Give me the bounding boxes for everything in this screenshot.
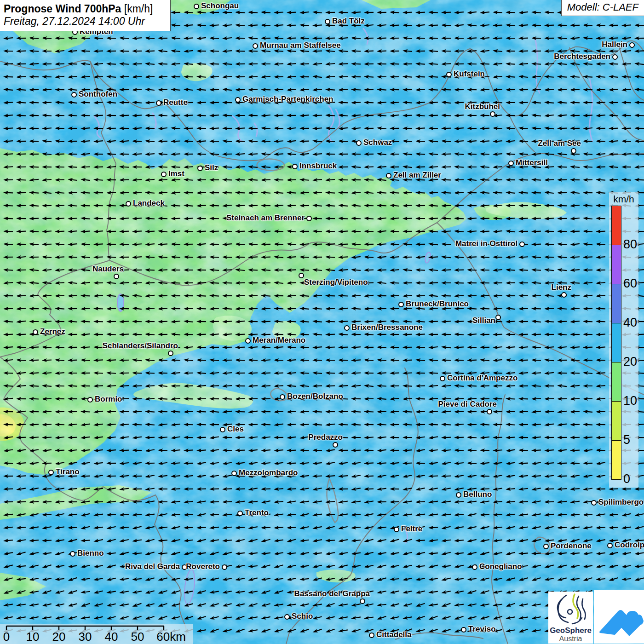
legend-threshold-label: 5 bbox=[623, 433, 630, 447]
city-marker bbox=[237, 511, 243, 516]
city-label: Predazzo bbox=[308, 433, 343, 442]
city-marker bbox=[197, 166, 203, 171]
city-marker bbox=[456, 492, 461, 498]
city-label: Innsbruck bbox=[299, 161, 337, 171]
city-label: Belluno bbox=[463, 490, 492, 499]
city-marker bbox=[612, 54, 618, 60]
city-label: Codroipo bbox=[615, 540, 644, 550]
city-marker bbox=[461, 627, 466, 632]
city-label: Kufstein bbox=[454, 69, 485, 79]
city-marker bbox=[386, 173, 391, 178]
legend-color-bar bbox=[611, 206, 621, 480]
city-marker bbox=[299, 273, 304, 278]
city-label: Schio bbox=[292, 612, 313, 621]
map-scale-bar: 0102030405060km bbox=[0, 624, 193, 644]
legend-threshold-label: 80 bbox=[623, 237, 637, 252]
city-marker bbox=[220, 427, 225, 432]
city-marker bbox=[561, 292, 567, 298]
city-label: Schlanders/Silandro bbox=[103, 341, 178, 351]
city-label: Brixen/Bressanone bbox=[351, 323, 423, 332]
city-marker bbox=[253, 43, 258, 49]
geosphere-org-name: GeoSphere bbox=[548, 627, 593, 635]
legend-segment bbox=[611, 362, 621, 402]
map-title-box: Prognose Wind 700hPa [km/h] Freitag, 27.… bbox=[0, 0, 171, 31]
scale-tick-label: 30 bbox=[79, 630, 92, 644]
city-label: Pordenone bbox=[551, 541, 592, 551]
city-marker bbox=[571, 148, 576, 154]
city-label: Imst bbox=[168, 169, 184, 178]
scale-tick-label: 10 bbox=[26, 630, 40, 644]
city-label: Lienz bbox=[552, 283, 571, 292]
city-marker bbox=[126, 201, 131, 207]
city-label: Zell am See bbox=[538, 139, 581, 148]
city-label: Mezzolombardo bbox=[239, 468, 298, 477]
city-marker bbox=[394, 527, 399, 532]
city-marker bbox=[306, 216, 312, 221]
city-marker bbox=[194, 4, 199, 9]
legend-segment bbox=[611, 284, 621, 323]
city-marker bbox=[543, 544, 549, 549]
city-marker bbox=[161, 172, 167, 177]
city-marker bbox=[360, 598, 365, 604]
legend-segment bbox=[611, 401, 621, 441]
city-marker bbox=[280, 394, 285, 400]
legend-segment bbox=[611, 245, 621, 284]
city-marker bbox=[487, 409, 492, 414]
city-label: Trento bbox=[245, 508, 269, 518]
city-marker bbox=[495, 315, 501, 320]
city-label: Bruneck/Brunico bbox=[406, 299, 469, 309]
map-title-text: Prognose Wind 700hPa bbox=[4, 3, 121, 15]
city-label: Rovereto bbox=[186, 562, 220, 571]
city-label: Silz bbox=[205, 163, 218, 172]
city-marker bbox=[231, 471, 237, 476]
city-label: Cittadella bbox=[376, 630, 412, 639]
city-marker bbox=[344, 325, 350, 331]
city-marker bbox=[70, 551, 75, 557]
city-label: Landeck bbox=[133, 199, 165, 208]
city-marker bbox=[87, 397, 93, 402]
city-label: Steinach am Brenner bbox=[226, 213, 305, 223]
legend-segment bbox=[611, 323, 621, 362]
city-label: Schwaz bbox=[363, 138, 392, 147]
city-label: Schongau bbox=[201, 1, 239, 11]
city-label: Cles bbox=[227, 425, 244, 434]
city-label: Cortina d'Ampezzo bbox=[447, 374, 518, 383]
city-marker bbox=[71, 92, 77, 98]
city-label: Meran/Merano bbox=[253, 336, 305, 345]
weather-map-stage: SchongauBad TölzKemptenMurnau am Staffel… bbox=[0, 0, 644, 644]
city-marker bbox=[168, 351, 173, 356]
city-label: Conegliano bbox=[479, 562, 522, 571]
city-marker bbox=[607, 543, 613, 548]
city-label: Bassano del Grappa bbox=[294, 589, 370, 598]
city-marker bbox=[325, 19, 330, 24]
city-marker bbox=[156, 100, 161, 106]
legend-unit-label: km/h bbox=[609, 194, 638, 205]
city-marker bbox=[114, 274, 119, 279]
city-label: Matrei in Osttirol bbox=[455, 239, 518, 248]
city-label: Sonthofen bbox=[79, 90, 117, 99]
city-label: Zernez bbox=[40, 327, 65, 336]
city-marker bbox=[284, 614, 290, 620]
geosphere-fingerprint-icon bbox=[548, 592, 593, 626]
city-label: Bormio bbox=[95, 395, 122, 404]
city-label: Murnau am Staffelsee bbox=[260, 41, 341, 50]
city-label: Bad Tölz bbox=[332, 17, 365, 26]
scale-tick-label: 20 bbox=[52, 630, 66, 644]
geosphere-country: Austria bbox=[548, 635, 593, 643]
city-marker bbox=[222, 564, 227, 570]
city-marker bbox=[398, 302, 404, 307]
scale-tick-label: 40 bbox=[105, 630, 118, 644]
model-label-box: Modell: C-LAEF bbox=[561, 0, 644, 16]
map-title-unit: [km/h] bbox=[124, 3, 153, 15]
mountain-cloud-icon bbox=[594, 590, 644, 644]
city-label: Kitzbühel bbox=[465, 102, 500, 111]
city-label: Reutte bbox=[163, 98, 188, 107]
city-marker bbox=[490, 111, 495, 117]
city-marker bbox=[245, 338, 251, 344]
city-label: Feltre bbox=[401, 524, 422, 534]
city-marker bbox=[292, 164, 298, 169]
city-label: Nauders bbox=[92, 264, 124, 274]
model-logo bbox=[594, 590, 644, 644]
city-marker bbox=[333, 442, 338, 448]
city-label: Pieve di Cadore bbox=[438, 400, 497, 409]
